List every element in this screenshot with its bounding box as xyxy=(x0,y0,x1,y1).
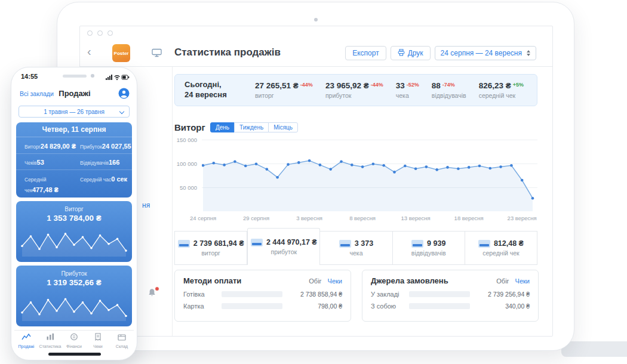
tab-week[interactable]: Тиждень xyxy=(234,122,269,132)
revenue-spark-card: Виторг 1 353 784,00 ₴ xyxy=(16,201,132,262)
box-icon xyxy=(117,332,127,343)
printer-icon xyxy=(398,49,405,58)
summary-stat: 23 965,92 ₴-44% прибуток xyxy=(325,81,383,99)
toggle-turnover[interactable]: Обіг xyxy=(496,277,509,285)
stage: ‹ Poster Статистика продажів Експорт xyxy=(0,0,627,364)
x-tick-label: 13 вересня xyxy=(401,215,431,221)
summary-stat: 826,23 ₴+5% середній чек xyxy=(479,81,524,99)
tab-sales[interactable]: Продажі xyxy=(14,331,38,350)
x-tick-label: 24 серпня xyxy=(190,215,216,221)
y-tick-label: 100 000 xyxy=(174,161,197,167)
phone-nav: Всі заклади Продажі xyxy=(20,88,130,101)
phone-device: 14:55 Всі заклади Продажі xyxy=(11,67,137,360)
window-titlebar xyxy=(80,26,552,39)
card-label: Прибуток xyxy=(16,270,132,277)
card-value: 1 319 352,66 ₴ xyxy=(16,278,132,287)
notifications-bell-icon[interactable] xyxy=(147,288,159,300)
main-content: ня Сьогодні, 24 вересня xyxy=(80,67,552,336)
delta-badge: +5% xyxy=(513,82,524,88)
metric-icon xyxy=(178,240,190,248)
bar-track xyxy=(222,303,282,309)
sidebar-item-fragment[interactable]: ня xyxy=(142,201,150,209)
panel-title: Джерела замовлень xyxy=(371,276,448,285)
delta-badge: -44% xyxy=(300,82,313,88)
toggle-receipts[interactable]: Чеки xyxy=(515,277,530,285)
receipt-icon xyxy=(93,332,103,343)
source-row: З собою 340,00 ₴ xyxy=(362,301,538,311)
date-range-select[interactable]: 24 серпня — 24 вересня xyxy=(435,46,536,60)
revenue-chart-xaxis: 24 серпня29 серпня3 вересня8 вересня13 в… xyxy=(202,214,537,222)
bar-chart-icon xyxy=(45,332,55,343)
day-card-row: Чеків53 Відвідувачів166 xyxy=(16,153,132,170)
order-sources-panel: Джерела замовлень Обіг Чеки У закладі 2 … xyxy=(362,270,539,322)
metric-tab-receipts[interactable]: 3 373 чека xyxy=(320,231,392,265)
phone-page-title: Продажі xyxy=(20,89,130,98)
metric-icon xyxy=(339,240,351,248)
x-tick-label: 8 вересня xyxy=(349,215,376,221)
sort-arrows-icon xyxy=(527,50,530,56)
sidebar-divider xyxy=(172,67,173,336)
payment-methods-panel: Методи оплати Обіг Чеки Готівка 2 738 85… xyxy=(174,270,351,322)
toggle-receipts[interactable]: Чеки xyxy=(328,277,342,285)
chevron-down-icon xyxy=(119,109,124,114)
print-button[interactable]: Друк xyxy=(391,46,431,60)
y-tick-label: 50 000 xyxy=(174,184,197,191)
header-actions: Експорт Друк 24 серпня — 24 вересня xyxy=(345,46,536,60)
today-summary-card: Сьогодні, 24 вересня 27 265,51 ₴-44% вит… xyxy=(174,74,537,106)
coin-icon xyxy=(69,332,79,343)
tab-statistics[interactable]: Статистика xyxy=(38,331,62,350)
toggle-turnover[interactable]: Обіг xyxy=(309,277,321,285)
tablet-camera xyxy=(314,18,318,21)
revenue-sparkline xyxy=(19,226,130,260)
payment-row: Готівка 2 738 858,94 ₴ xyxy=(175,289,351,299)
phone-camera xyxy=(91,74,94,78)
bar-track xyxy=(409,303,470,309)
tab-stock[interactable]: Склад xyxy=(110,331,134,350)
phone-tabbar: Продажі Статистика Фінанси Чеки xyxy=(14,330,134,350)
window-control-dot[interactable] xyxy=(87,30,93,36)
metric-tab-revenue[interactable]: 2 739 681,94 ₴ виторг xyxy=(174,231,247,265)
window-control-dot[interactable] xyxy=(97,30,103,36)
window-control-dot[interactable] xyxy=(107,30,113,36)
export-button[interactable]: Експорт xyxy=(345,46,386,60)
summary-stat: 33-52% чека xyxy=(396,81,419,99)
metric-tab-profit[interactable]: 2 444 970,17 ₴ прибуток xyxy=(247,228,320,265)
poster-logo[interactable]: Poster xyxy=(112,44,130,62)
metric-icon xyxy=(411,240,423,248)
metric-tab-visitors[interactable]: 9 939 відвідувачів xyxy=(393,231,465,265)
app-header: ‹ Poster Статистика продажів Експорт xyxy=(80,39,552,67)
metric-icon xyxy=(478,240,490,248)
card-value: 1 353 784,00 ₴ xyxy=(16,214,132,223)
home-indicator[interactable] xyxy=(48,353,101,356)
x-tick-label: 18 вересня xyxy=(454,215,484,221)
tab-day[interactable]: День xyxy=(210,122,235,132)
x-tick-label: 23 вересня xyxy=(508,215,537,221)
day-card-title: Четвер, 11 серпня xyxy=(16,122,132,137)
delta-badge: -74% xyxy=(442,82,455,88)
chart-section-title: Виторг xyxy=(174,122,205,132)
tablet-screen: ‹ Poster Статистика продажів Експорт xyxy=(79,26,553,337)
summary-title: Сьогодні, 24 вересня xyxy=(185,80,255,100)
metric-tab-avg-check[interactable]: 812,48 ₴ середній чек xyxy=(465,231,537,265)
source-row: У закладі 2 739 256,94 ₴ xyxy=(362,289,538,299)
display-icon[interactable] xyxy=(152,48,162,60)
phone-speaker xyxy=(63,75,87,78)
tab-month[interactable]: Місяць xyxy=(268,122,298,132)
tab-receipts[interactable]: Чеки xyxy=(86,331,110,350)
delta-badge: -44% xyxy=(371,82,383,88)
revenue-chart: 150 000 100 000 50 000 24 серпня29 серпн… xyxy=(174,136,537,223)
line-chart-icon xyxy=(21,332,31,343)
panel-title: Методи оплати xyxy=(183,276,241,285)
metric-icon xyxy=(251,239,263,246)
day-card-row: Виторг24 829,00 ₴ Прибуток24 027,55 ₴ xyxy=(16,137,132,153)
back-button[interactable]: ‹ xyxy=(87,45,91,58)
period-tabs: День Тиждень Місяць xyxy=(210,122,298,132)
card-label: Виторг xyxy=(16,206,132,212)
summary-stats: 27 265,51 ₴-44% виторг 23 965,92 ₴-44% п… xyxy=(255,81,527,99)
tab-finance[interactable]: Фінанси xyxy=(62,331,86,350)
profile-avatar[interactable] xyxy=(118,88,130,101)
bar-track xyxy=(409,291,470,297)
phone-date-range-select[interactable]: 1 травня — 26 травня xyxy=(19,106,130,118)
revenue-chart-plot[interactable] xyxy=(202,136,537,211)
status-icons xyxy=(106,72,130,83)
